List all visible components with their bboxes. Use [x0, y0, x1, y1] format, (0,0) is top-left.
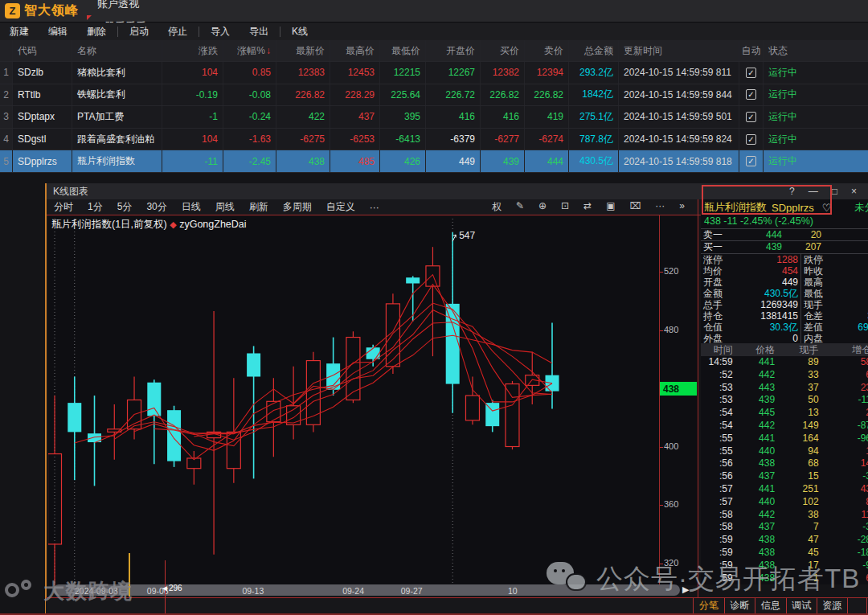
bottom-tab-调试[interactable]: 调试 — [786, 598, 817, 613]
column-header-5[interactable]: 涨幅%↓ — [223, 40, 276, 61]
cell-value: 2024-10-15 14:59:59 824 — [619, 129, 739, 150]
cell-value: -6413 — [380, 129, 426, 150]
period-button-6[interactable]: 周线 — [208, 200, 242, 214]
bottom-tab-诊断[interactable]: 诊断 — [724, 598, 755, 613]
tab-5[interactable]: 账户透视 — [87, 0, 191, 15]
minimize-icon[interactable]: — — [809, 186, 818, 197]
visible-bars-count: ◄296 — [161, 584, 182, 592]
auto-checkbox[interactable]: ✓ — [746, 156, 756, 166]
menu-item-4[interactable]: 启动 — [120, 25, 158, 39]
table-row-SDptapx[interactable]: 3SDptapxPTA加工费-1-0.244224373954164164192… — [0, 106, 868, 129]
export-icon[interactable]: ⊕ — [538, 200, 547, 214]
menu-item-6[interactable]: 导入 — [201, 25, 240, 39]
period-button-7[interactable]: 刷新 — [242, 200, 276, 214]
column-header-6[interactable]: 最新价 — [276, 40, 330, 61]
cell-auto: ✓ — [739, 62, 764, 84]
expand-icon[interactable]: » — [679, 200, 685, 214]
column-header-12[interactable]: 总金额 — [569, 40, 619, 61]
auto-checkbox[interactable]: ✓ — [746, 89, 756, 100]
help-icon[interactable]: ? — [789, 186, 795, 197]
row-number: 2 — [0, 84, 13, 106]
menu-item-3[interactable]: 删除 — [77, 25, 116, 39]
axis-tick — [660, 564, 663, 564]
period-button-3[interactable]: 5分 — [110, 200, 140, 214]
menu-item-7[interactable]: 导出 — [240, 25, 278, 39]
cell-value: 225.64 — [380, 84, 426, 106]
menu-separator — [117, 27, 118, 37]
bottom-tab-信息[interactable]: 信息 — [755, 598, 786, 613]
table-row-SDzlb[interactable]: 1SDzlb猪粮比套利1040.851238312453122151226712… — [0, 62, 868, 84]
rights-adjust-icon[interactable]: 权 — [492, 200, 502, 214]
column-header-13[interactable]: 更新时间 — [619, 40, 739, 61]
period-button-1[interactable]: 分时 — [47, 200, 80, 214]
more-icon[interactable]: ··· — [655, 200, 665, 214]
divider-line — [866, 598, 867, 613]
cell-name: PTA加工费 — [72, 106, 162, 128]
tick-row: :574401028 — [701, 496, 868, 509]
period-button-9[interactable]: 自定义 — [319, 200, 362, 214]
period-button-5[interactable]: 日线 — [174, 200, 208, 214]
column-header-15[interactable]: 状态 — [764, 40, 868, 61]
draw-icon[interactable]: ✎ — [516, 200, 524, 214]
period-button-10[interactable]: ··· — [362, 202, 387, 213]
table-row-SDpplrzs[interactable]: 5SDpplrzs瓶片利润指数-11-2.4543848542644943944… — [0, 150, 868, 173]
column-header-8[interactable]: 最低价 — [380, 40, 426, 61]
column-header-10[interactable]: 买价 — [481, 40, 525, 61]
cell-value: -6253 — [330, 129, 380, 150]
close-icon[interactable]: × — [851, 186, 857, 197]
table-row-RTtlb[interactable]: 2RTtlb铁螺比套利-0.19-0.08226.82228.29225.642… — [0, 84, 868, 107]
maximize-icon[interactable]: □ — [832, 186, 837, 197]
delete-icon[interactable]: ⌧ — [629, 200, 641, 214]
menu-item-8[interactable]: K线 — [282, 25, 317, 39]
column-header-1[interactable] — [0, 40, 13, 61]
table-row-SDgstl[interactable]: 4SDgstl跟着高盛套利油粕104-1.63-6275-6253-6413-6… — [0, 129, 868, 151]
ticks-list[interactable]: 14:594418958:52442336:534433723:5343950-… — [701, 356, 868, 584]
candle-up — [306, 361, 320, 425]
period-button-4[interactable]: 30分 — [139, 200, 174, 214]
cell-auto: ✓ — [739, 106, 764, 128]
kline-window-titlebar[interactable]: K线图表 ?—□× — [47, 183, 868, 199]
cell-value: -6274 — [525, 129, 569, 150]
quote-header[interactable]: 瓶片利润指数 SDpplrzs ♡ 未分类 — [701, 199, 868, 215]
menu-separator — [199, 27, 199, 37]
column-header-9[interactable]: 开盘价 — [426, 40, 481, 61]
date-axis-label: 09-24 — [342, 586, 364, 596]
favorite-heart-icon[interactable]: ♡ — [822, 202, 832, 214]
auto-checkbox[interactable]: ✓ — [746, 112, 756, 122]
ask-row: 卖一44420 — [701, 228, 868, 240]
bottom-tab-分笔[interactable]: 分笔 — [693, 598, 724, 613]
bid-row: 买一439207 — [701, 240, 868, 252]
snapshot-icon[interactable]: ⊡ — [561, 200, 569, 214]
tick-row: :55440941 — [701, 445, 868, 458]
period-button-8[interactable]: 多周期 — [276, 200, 319, 214]
menu-item-2[interactable]: 编辑 — [39, 25, 77, 39]
bottom-tab-资源[interactable]: 资源 — [817, 598, 848, 613]
column-header-4[interactable]: 涨跌 — [162, 40, 223, 61]
indicator-settings-icon[interactable]: ⇄ — [583, 200, 592, 214]
cell-value: 12382 — [481, 62, 525, 84]
cell-value: 104 — [162, 129, 223, 150]
layout-icon[interactable]: ▣ — [606, 200, 615, 214]
cell-code: SDzlb — [13, 62, 72, 84]
app-logo-icon: Z — [5, 3, 20, 18]
scroll-right-arrow-icon[interactable]: ▶ — [682, 584, 689, 595]
candlestick-chart[interactable]: 547 — [48, 215, 659, 585]
column-header-11[interactable]: 卖价 — [525, 40, 569, 61]
auto-checkbox[interactable]: ✓ — [746, 68, 756, 78]
cell-value: -1 — [162, 106, 223, 128]
candle-up — [287, 406, 301, 425]
period-button-2[interactable]: 1分 — [80, 200, 110, 214]
auto-checkbox[interactable]: ✓ — [746, 134, 756, 145]
column-header-3[interactable]: 名称 — [72, 40, 162, 61]
chart-scrollbar[interactable]: 2024-09-0309-0609-1309-2409-2710 — [53, 584, 680, 596]
candle-down — [366, 347, 380, 359]
cell-value: 2024-10-15 14:59:59 844 — [619, 84, 739, 106]
app-logo: Z 智大领峰 — [0, 2, 87, 19]
menu-item-5[interactable]: 停止 — [158, 25, 197, 39]
tick-row: :52442336 — [701, 369, 868, 382]
column-header-14[interactable]: 自动 — [739, 40, 764, 61]
column-header-7[interactable]: 最高价 — [330, 40, 380, 61]
menu-item-1[interactable]: 新建 — [0, 25, 39, 39]
column-header-2[interactable]: 代码 — [13, 40, 72, 61]
cell-value: -0.08 — [223, 84, 276, 106]
